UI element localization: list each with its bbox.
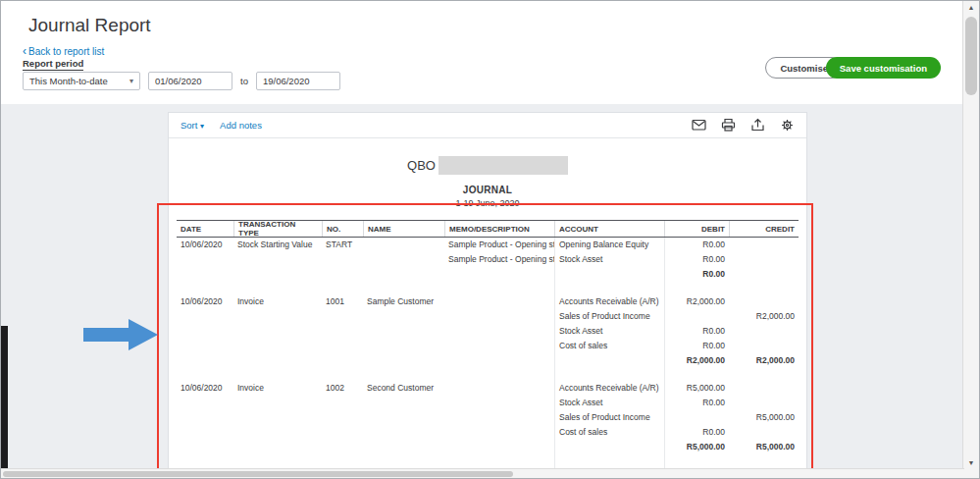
table-cell: R0.00 (664, 339, 729, 353)
table-cell (233, 252, 322, 267)
table-cell: 1002 (322, 381, 363, 396)
table-total-row: R0.00 (177, 267, 799, 282)
table-row[interactable]: Sales of Product IncomeR2,000.00 (177, 309, 799, 324)
table-cell (363, 368, 444, 381)
scroll-up-icon[interactable]: ▲ (963, 4, 979, 11)
company-name-row: QBO (169, 156, 806, 175)
table-cell (233, 267, 322, 282)
table-row[interactable]: 10/06/2020Invoice1002Second CustomerAcco… (177, 381, 799, 396)
table-cell: Opening Balance Equity (554, 238, 664, 252)
table-row[interactable]: Stock AssetR0.00 (177, 324, 799, 339)
table-cell (322, 267, 363, 282)
vertical-scroll-thumb[interactable] (965, 17, 977, 95)
table-row[interactable]: Cost of salesR0.00 (177, 339, 799, 353)
company-name-prefix: QBO (407, 158, 436, 173)
table-cell (233, 396, 322, 410)
table-cell (363, 440, 444, 454)
settings-icon[interactable] (780, 118, 795, 133)
table-total-row: R2,000.00R2,000.00 (177, 353, 799, 368)
report-header: Journal Report ‹Back to report list Repo… (1, 1, 964, 104)
table-cell: Invoice (233, 381, 322, 396)
table-cell: Stock Asset (554, 324, 664, 339)
table-cell (322, 282, 363, 294)
table-cell: 1001 (322, 294, 363, 309)
table-row[interactable]: Sample Product - Opening st...Stock Asse… (177, 252, 799, 267)
table-cell (322, 324, 363, 339)
add-notes-link[interactable]: Add notes (220, 120, 262, 131)
table-cell (554, 353, 664, 368)
save-customisation-button[interactable]: Save customisation (826, 57, 941, 79)
table-cell (322, 396, 363, 410)
table-cell: R0.00 (664, 324, 729, 339)
date-from-input[interactable] (148, 72, 232, 90)
table-cell (444, 294, 554, 309)
table-cell: R2,000.00 (729, 309, 799, 324)
report-period-controls: This Month-to-date ▾ to (23, 72, 340, 90)
table-row[interactable]: 10/06/2020Stock Starting ValueSTARTSampl… (177, 238, 799, 252)
table-row[interactable]: Sales of Product IncomeR5,000.00 (177, 410, 799, 425)
journal-table-body: 10/06/2020Stock Starting ValueSTARTSampl… (177, 238, 799, 470)
table-row[interactable]: Stock AssetR0.00 (177, 396, 799, 410)
table-cell (177, 368, 233, 381)
period-select[interactable]: This Month-to-date ▾ (23, 72, 140, 90)
date-to-input[interactable] (256, 72, 340, 90)
table-cell (444, 440, 554, 454)
print-icon[interactable] (721, 118, 736, 133)
column-header: DATE (177, 221, 233, 237)
table-cell: Stock Asset (554, 396, 664, 410)
column-header: DEBIT (664, 221, 729, 237)
table-cell (444, 425, 554, 440)
sort-menu[interactable]: Sort ▾ (181, 120, 204, 131)
table-cell (729, 282, 799, 294)
table-header-row: DATETRANSACTION TYPENO.NAMEMEMO/DESCRIPT… (177, 220, 799, 238)
redacted-company-name (438, 156, 568, 175)
export-icon[interactable] (750, 118, 765, 133)
table-cell (729, 339, 799, 353)
table-row[interactable]: Cost of salesR0.00 (177, 425, 799, 440)
table-row[interactable]: 10/06/2020Invoice1001Sample CustomerAcco… (177, 294, 799, 309)
table-cell (444, 282, 554, 294)
table-cell: R0.00 (664, 267, 729, 282)
page-title: Journal Report (28, 15, 151, 36)
table-cell (363, 339, 444, 353)
report-toolbar: Sort ▾ Add notes (169, 113, 806, 138)
vertical-scrollbar[interactable]: ▲ ▼ (962, 1, 979, 479)
column-header: ACCOUNT (554, 221, 664, 237)
table-cell (177, 339, 233, 353)
table-cell (177, 410, 233, 425)
horizontal-scrollbar[interactable] (1, 468, 964, 478)
horizontal-scroll-thumb[interactable] (3, 471, 513, 477)
table-cell (177, 440, 233, 454)
table-cell (729, 252, 799, 267)
email-icon[interactable] (692, 118, 706, 133)
table-cell (444, 396, 554, 410)
table-cell (233, 454, 322, 467)
table-cell: Cost of sales (554, 425, 664, 440)
table-cell (444, 309, 554, 324)
table-cell (322, 440, 363, 454)
table-cell (554, 368, 664, 381)
table-cell: 10/06/2020 (177, 294, 233, 309)
report-card: Sort ▾ Add notes (168, 112, 807, 470)
back-to-report-list-link[interactable]: ‹Back to report list (23, 44, 104, 58)
table-cell (322, 454, 363, 467)
table-cell (233, 440, 322, 454)
table-cell (177, 324, 233, 339)
scroll-down-icon[interactable]: ▼ (963, 459, 979, 466)
column-header: TRANSACTION TYPE (233, 221, 322, 237)
table-cell: R5,000.00 (664, 381, 729, 396)
table-cell (177, 267, 233, 282)
table-cell (444, 339, 554, 353)
table-cell (444, 353, 554, 368)
table-spacer-row (177, 282, 799, 294)
table-cell (729, 381, 799, 396)
table-cell (177, 282, 233, 294)
chevron-left-icon: ‹ (23, 44, 26, 58)
table-cell: R0.00 (664, 252, 729, 267)
column-header: MEMO/DESCRIPTION (444, 221, 554, 237)
table-cell (729, 425, 799, 440)
table-cell: R2,000.00 (729, 353, 799, 368)
table-cell (322, 410, 363, 425)
table-cell (322, 309, 363, 324)
table-cell (729, 368, 799, 381)
